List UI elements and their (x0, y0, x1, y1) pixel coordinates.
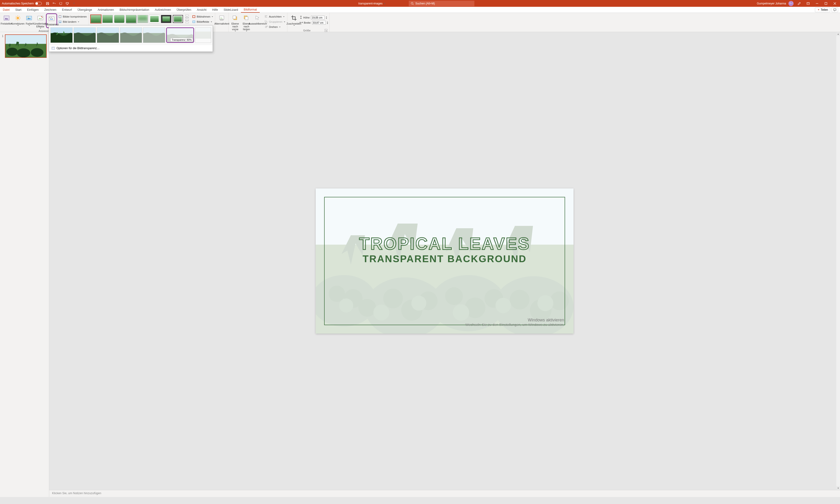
tab-review[interactable]: Überprüfen (174, 7, 194, 13)
height-icon (299, 16, 302, 19)
transparency-preset-2[interactable] (97, 28, 119, 32)
style-thumb[interactable] (149, 15, 160, 23)
width-input[interactable] (312, 21, 326, 24)
svg-rect-2 (825, 2, 827, 4)
svg-rect-13 (59, 16, 62, 18)
transparency-preset-1[interactable] (73, 28, 96, 32)
spin-up[interactable]: ▲ (326, 16, 327, 18)
style-thumb[interactable] (173, 15, 183, 23)
gallery-more-button[interactable]: ▾ (185, 20, 189, 23)
redo-button[interactable] (58, 1, 63, 6)
selection-icon (254, 14, 261, 22)
tab-draw[interactable]: Zeichnen (41, 7, 59, 13)
tab-record[interactable]: Aufzeichnen (152, 7, 174, 13)
picture-effects-button[interactable]: Bildeffekte (191, 19, 214, 24)
svg-rect-16 (193, 16, 195, 18)
document-title[interactable]: transparent-images (358, 2, 385, 5)
svg-point-6 (28, 17, 29, 18)
gallery-down-button[interactable]: ▾ (185, 18, 189, 20)
tab-slideshow[interactable]: Bildschirmpräsentation (117, 7, 152, 13)
remove-background-button[interactable]: Freistellen (1, 13, 12, 26)
minimize-button[interactable] (814, 0, 820, 7)
svg-rect-7 (38, 16, 43, 20)
rotate-button[interactable]: Drehen (263, 24, 286, 29)
search-icon (411, 2, 414, 5)
align-button[interactable]: Ausrichten (263, 14, 286, 19)
tab-view[interactable]: Ansicht (194, 7, 209, 13)
transparency-preset-6[interactable] (195, 28, 211, 32)
svg-point-0 (411, 2, 413, 4)
group-button[interactable]: Gruppieren (263, 19, 286, 24)
spin-down[interactable]: ▼ (327, 23, 328, 24)
svg-rect-10 (51, 17, 52, 18)
style-thumb[interactable] (114, 15, 124, 23)
border-icon (192, 15, 196, 18)
style-thumb[interactable] (161, 15, 171, 23)
maximize-button[interactable] (823, 0, 829, 7)
tab-transitions[interactable]: Übergänge (75, 7, 95, 13)
comments-button[interactable] (832, 7, 838, 12)
present-from-start-button[interactable] (65, 1, 69, 6)
tab-slidelizard[interactable]: SlideLizard (221, 7, 241, 13)
search-input[interactable]: Suchen (Alt+M) (409, 1, 474, 6)
crop-button[interactable]: Zuschneiden (288, 13, 299, 27)
tab-insert[interactable]: Einfügen (24, 7, 41, 13)
style-thumb[interactable] (102, 15, 113, 23)
close-button[interactable] (832, 0, 838, 7)
share-icon (817, 8, 820, 11)
forward-icon (231, 14, 239, 22)
ribbon-display-options-button[interactable] (805, 0, 811, 7)
share-button[interactable]: Teilen (815, 7, 830, 12)
align-icon (264, 15, 268, 18)
tab-animations[interactable]: Animationen (95, 7, 117, 13)
bring-forward-button[interactable]: Ebene nach vorne (229, 13, 241, 32)
selection-pane-button[interactable]: Auswahlbereich (252, 13, 263, 26)
user-avatar[interactable]: GJ (788, 1, 793, 6)
change-picture-button[interactable]: Bild ändern (57, 19, 88, 24)
qat-more-button[interactable] (72, 1, 76, 6)
artistic-effects-button[interactable]: Künstlerische Effekte (35, 13, 46, 30)
tab-help[interactable]: Hilfe (209, 7, 221, 13)
width-icon (299, 21, 303, 24)
undo-button[interactable] (52, 1, 56, 6)
ribbon-tabs: Datei Start Einfügen Zeichnen Entwurf Üb… (0, 7, 840, 13)
transparency-dropdown: Transparenz: 80% Optionen für die Bildtr… (49, 25, 213, 32)
backward-icon (243, 14, 250, 22)
svg-rect-26 (265, 21, 266, 22)
gallery-up-button[interactable]: ▴ (185, 15, 189, 18)
spin-down[interactable]: ▼ (326, 18, 327, 19)
svg-rect-41 (195, 32, 211, 32)
picture-border-button[interactable]: Bildrahmen (191, 14, 214, 19)
style-thumb[interactable] (126, 15, 136, 23)
spin-up[interactable]: ▲ (327, 21, 328, 23)
svg-rect-36 (143, 28, 165, 32)
svg-rect-28 (51, 28, 72, 32)
transparency-preset-4[interactable] (143, 28, 165, 32)
autosave-toggle[interactable]: Automatisches Speichern (2, 2, 42, 5)
brightness-icon (14, 14, 21, 22)
tab-picture-format[interactable]: Bildformat (241, 7, 260, 13)
compress-pictures-button[interactable]: Bilder komprimieren (57, 14, 88, 19)
tab-start[interactable]: Start (13, 7, 24, 13)
transparency-preset-80-highlighted[interactable]: Transparenz: 80% (166, 28, 194, 32)
corrections-button[interactable]: Korrekturen (12, 13, 23, 27)
alt-text-button[interactable]: Alternativtext (216, 13, 227, 26)
transparency-preset-0[interactable] (50, 28, 73, 32)
svg-rect-27 (266, 21, 268, 23)
style-thumb[interactable] (91, 15, 101, 23)
style-thumb[interactable] (138, 15, 148, 23)
size-dialog-launcher[interactable]: ↘ (325, 29, 327, 32)
pen-icon[interactable] (796, 0, 803, 7)
tab-design[interactable]: Entwurf (59, 7, 74, 13)
save-button[interactable] (46, 1, 50, 6)
svg-rect-32 (97, 28, 119, 32)
picture-styles-gallery[interactable]: ▴ ▾ ▾ (90, 13, 190, 24)
color-icon (25, 14, 33, 22)
height-input[interactable] (311, 16, 325, 19)
remove-bg-icon (3, 14, 10, 22)
tab-file[interactable]: Datei (0, 7, 13, 13)
svg-rect-20 (220, 16, 224, 19)
svg-rect-40 (195, 28, 211, 32)
svg-rect-38 (167, 28, 193, 32)
transparency-preset-3[interactable] (120, 28, 142, 32)
